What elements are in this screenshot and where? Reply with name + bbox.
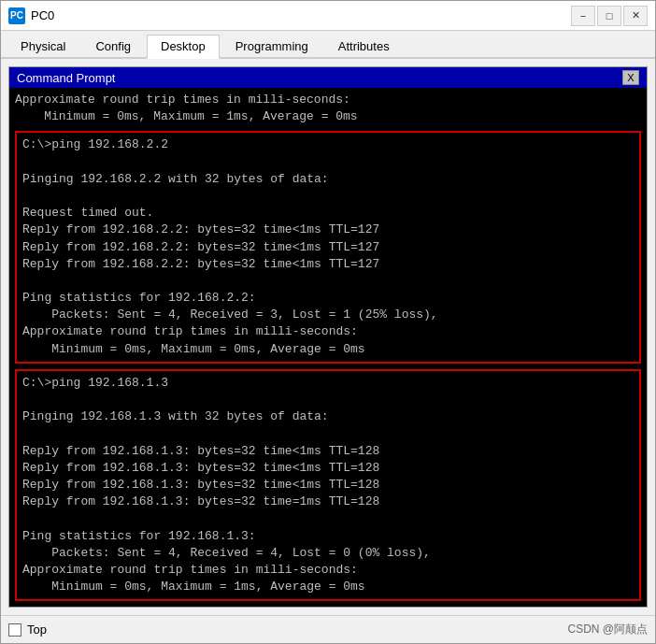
top-checkbox[interactable]: [8, 623, 21, 637]
ping1-stats-header: Ping statistics for 192.168.2.2:: [22, 290, 634, 307]
cmd-body: Approximate round trip times in milli-se…: [9, 88, 647, 607]
main-window: PC PC0 − □ ✕ Physical Config Desktop Pro…: [0, 0, 656, 644]
ping1-blank3: [22, 273, 634, 290]
ping2-blank2: [22, 425, 634, 442]
ping2-line0: C:\>ping 192.168.1.3: [22, 375, 634, 392]
bottom-bar: Top CSDN @阿颠点: [1, 615, 655, 643]
content-area: Command Prompt X Approximate round trip …: [1, 59, 655, 615]
tab-physical[interactable]: Physical: [7, 35, 79, 57]
ping1-line0: C:\>ping 192.168.2.2: [22, 136, 634, 153]
maximize-button[interactable]: □: [597, 6, 621, 26]
close-button[interactable]: ✕: [623, 6, 648, 26]
ping2-reply1: Reply from 192.168.1.3: bytes=32 time<1m…: [22, 443, 634, 460]
tab-desktop[interactable]: Desktop: [147, 35, 220, 59]
ping-block-1: C:\>ping 192.168.2.2 Pinging 192.168.2.2…: [15, 131, 641, 363]
ping2-blank3: [22, 510, 634, 527]
window-title: PC0: [31, 8, 571, 22]
ping1-reply3: Reply from 192.168.2.2: bytes=32 time<1m…: [22, 256, 634, 273]
ping-block-2: C:\>ping 192.168.1.3 Pinging 192.168.1.3…: [15, 369, 641, 601]
ping2-packets: Packets: Sent = 4, Received = 4, Lost = …: [22, 545, 634, 562]
scrolled-line-2: Minimum = 0ms, Maximum = 1ms, Average = …: [15, 108, 641, 125]
credit-label: CSDN @阿颠点: [567, 622, 648, 637]
tab-bar: Physical Config Desktop Programming Attr…: [1, 31, 655, 59]
ping1-minmax: Minimum = 0ms, Maximum = 0ms, Average = …: [22, 341, 634, 358]
bottom-left: Top: [8, 623, 47, 637]
cmd-close-button[interactable]: X: [622, 70, 639, 85]
ping1-line1: Pinging 192.168.2.2 with 32 bytes of dat…: [22, 171, 634, 188]
ping2-reply4: Reply from 192.168.1.3: bytes=32 time=1m…: [22, 494, 634, 510]
title-bar: PC PC0 − □ ✕: [1, 1, 655, 31]
ping1-blank1: [22, 154, 634, 171]
minimize-button[interactable]: −: [571, 6, 595, 26]
tab-config[interactable]: Config: [81, 35, 145, 57]
ping1-packets: Packets: Sent = 4, Received = 3, Lost = …: [22, 307, 634, 323]
cmd-content[interactable]: Approximate round trip times in milli-se…: [9, 88, 647, 607]
ping2-line1: Pinging 192.168.1.3 with 32 bytes of dat…: [22, 408, 634, 425]
ping2-reply3: Reply from 192.168.1.3: bytes=32 time<1m…: [22, 477, 634, 494]
window-controls: − □ ✕: [571, 6, 648, 26]
ping1-reply1: Reply from 192.168.2.2: bytes=32 time<1m…: [22, 222, 634, 238]
tab-attributes[interactable]: Attributes: [324, 35, 404, 57]
ping2-stats-header: Ping statistics for 192.168.1.3:: [22, 528, 634, 545]
scrolled-line-1: Approximate round trip times in milli-se…: [15, 92, 641, 108]
cmd-title-bar: Command Prompt X: [9, 67, 647, 88]
ping2-blank1: [22, 392, 634, 408]
ping1-approx: Approximate round trip times in milli-se…: [22, 323, 634, 340]
ping2-minmax: Minimum = 0ms, Maximum = 1ms, Average = …: [22, 579, 634, 595]
app-icon: PC: [8, 7, 25, 24]
cmd-window: Command Prompt X Approximate round trip …: [8, 66, 648, 608]
ping1-blank2: [22, 188, 634, 205]
ping2-reply2: Reply from 192.168.1.3: bytes=32 time<1m…: [22, 460, 634, 477]
cmd-title: Command Prompt: [17, 71, 115, 85]
ping1-reply2: Reply from 192.168.2.2: bytes=32 time<1m…: [22, 239, 634, 256]
ping1-timeout: Request timed out.: [22, 205, 634, 222]
tab-programming[interactable]: Programming: [221, 35, 322, 57]
ping2-approx: Approximate round trip times in milli-se…: [22, 562, 634, 579]
top-label: Top: [27, 623, 47, 637]
